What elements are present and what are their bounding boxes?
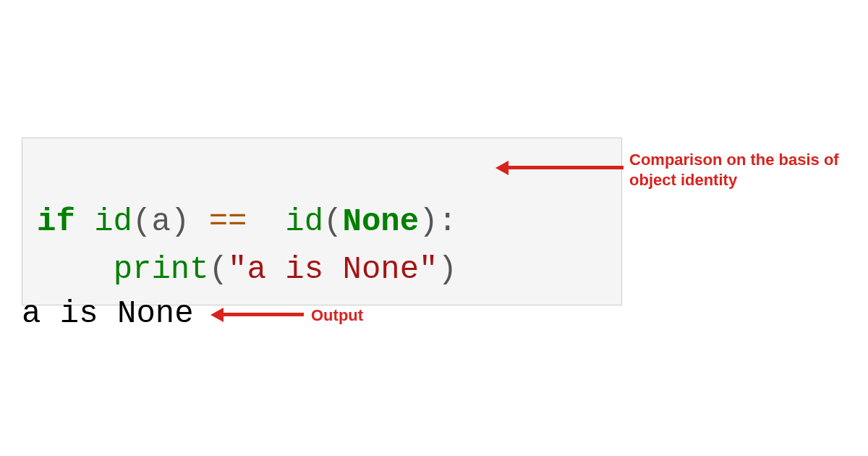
var-a: a (151, 203, 170, 240)
code-block: if id(a) == id(None): print("a is None") (22, 138, 622, 305)
annotation-comparison: Comparison on the basis of object identi… (629, 150, 854, 190)
func-id-2: id (285, 203, 323, 240)
keyword-if: if (37, 203, 75, 240)
output-text: a is None (22, 290, 194, 337)
annotation-output: Output (311, 305, 363, 326)
code-line-1: if id(a) == id(None): (37, 203, 457, 240)
op-equals: == (209, 203, 247, 240)
none-literal: None (343, 203, 420, 240)
string-literal: "a is None" (228, 251, 438, 287)
code-line-2: print("a is None") (37, 251, 457, 287)
func-id: id (94, 203, 132, 240)
func-print: print (114, 251, 209, 287)
